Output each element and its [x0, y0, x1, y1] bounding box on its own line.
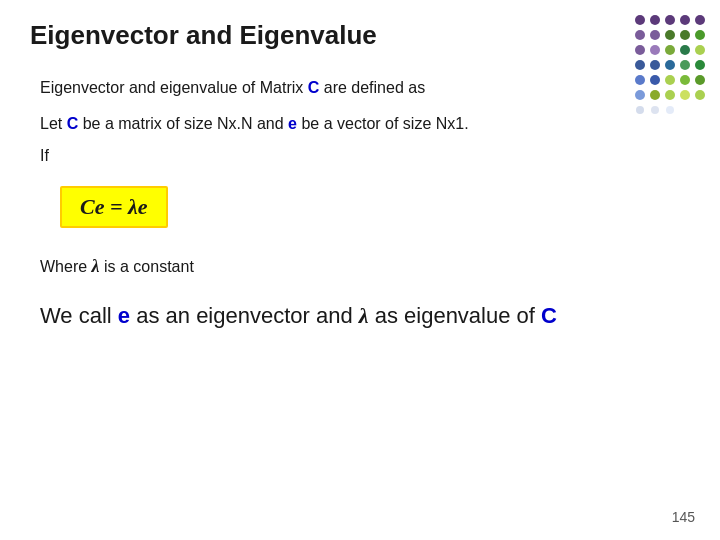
- svg-point-4: [695, 15, 705, 25]
- svg-point-31: [651, 106, 659, 114]
- matrix-c-final: C: [541, 303, 557, 328]
- equation-text: Ce = λe: [80, 194, 148, 219]
- eigenvector-e: e: [118, 303, 130, 328]
- svg-point-22: [665, 75, 675, 85]
- if-text: If: [40, 147, 49, 164]
- svg-point-29: [695, 90, 705, 100]
- svg-point-10: [635, 45, 645, 55]
- lambda-symbol: λ: [92, 256, 100, 276]
- svg-point-13: [680, 45, 690, 55]
- svg-point-17: [665, 60, 675, 70]
- svg-point-26: [650, 90, 660, 100]
- svg-point-14: [695, 45, 705, 55]
- svg-point-16: [650, 60, 660, 70]
- svg-point-3: [680, 15, 690, 25]
- svg-point-27: [665, 90, 675, 100]
- where-line: Where λ is a constant: [40, 256, 680, 277]
- decorative-dot-grid: [630, 10, 710, 130]
- svg-point-6: [650, 30, 660, 40]
- svg-point-1: [650, 15, 660, 25]
- matrix-c-subtitle: C: [308, 79, 320, 96]
- svg-point-7: [665, 30, 675, 40]
- subtitle-line: Eigenvector and eigenvalue of Matrix C a…: [40, 76, 680, 100]
- svg-point-0: [635, 15, 645, 25]
- subtitle-text: Eigenvector and eigenvalue of Matrix: [40, 79, 308, 96]
- svg-point-23: [680, 75, 690, 85]
- we-call-text3: as eigenvalue of: [369, 303, 541, 328]
- svg-point-21: [650, 75, 660, 85]
- we-call-line: We call e as an eigenvector and λ as eig…: [40, 299, 680, 332]
- slide-title: Eigenvector and Eigenvalue: [30, 20, 690, 56]
- if-line: If: [40, 144, 680, 168]
- slide: Eigenvector and Eigenvalue Eigenvector a…: [0, 0, 720, 540]
- svg-point-19: [695, 60, 705, 70]
- svg-point-18: [680, 60, 690, 70]
- slide-content: Eigenvector and eigenvalue of Matrix C a…: [30, 76, 690, 332]
- svg-point-11: [650, 45, 660, 55]
- svg-point-5: [635, 30, 645, 40]
- let-text2: be a matrix of size Nx.N and: [78, 115, 288, 132]
- svg-point-8: [680, 30, 690, 40]
- svg-point-28: [680, 90, 690, 100]
- lambda-eigenvalue: λ: [359, 303, 369, 328]
- equation-box: Ce = λe: [60, 186, 168, 228]
- svg-point-25: [635, 90, 645, 100]
- svg-point-15: [635, 60, 645, 70]
- vector-e: e: [288, 115, 297, 132]
- we-call-text2: as an eigenvector and: [130, 303, 359, 328]
- where-text2: is a constant: [100, 258, 194, 275]
- svg-point-2: [665, 15, 675, 25]
- we-call-text: We call: [40, 303, 118, 328]
- svg-point-30: [636, 106, 644, 114]
- subtitle-text2: are defined as: [319, 79, 425, 96]
- definition-line1: Let C be a matrix of size Nx.N and e be …: [40, 112, 680, 136]
- where-text: Where: [40, 258, 92, 275]
- svg-point-24: [695, 75, 705, 85]
- svg-point-32: [666, 106, 674, 114]
- svg-point-9: [695, 30, 705, 40]
- svg-point-12: [665, 45, 675, 55]
- matrix-c-let: C: [67, 115, 79, 132]
- page-number: 145: [672, 509, 695, 525]
- let-text: Let: [40, 115, 67, 132]
- let-text3: be a vector of size Nx1.: [297, 115, 469, 132]
- svg-point-20: [635, 75, 645, 85]
